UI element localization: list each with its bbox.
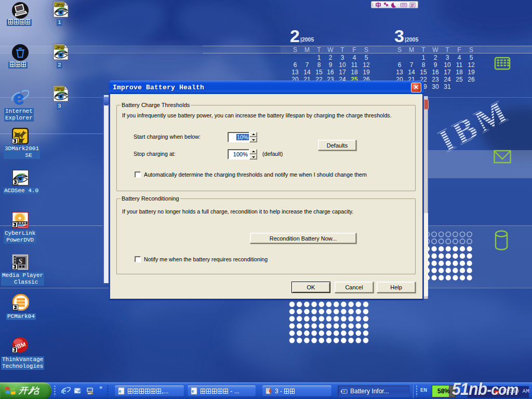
svg-text:3: 3 <box>446 54 449 61</box>
svg-text:1: 1 <box>317 54 321 61</box>
svg-text:25: 25 <box>456 76 463 83</box>
svg-text:8: 8 <box>422 61 425 69</box>
svg-text:M: M <box>409 46 414 54</box>
svg-text:17: 17 <box>444 69 451 76</box>
svg-text:16: 16 <box>327 69 334 76</box>
svg-text:10: 10 <box>339 61 346 69</box>
svg-text:14: 14 <box>303 69 311 76</box>
svg-text:16: 16 <box>432 69 439 76</box>
svg-text:e: e <box>62 386 66 395</box>
svg-text:JPG: JPG <box>56 3 63 7</box>
svg-text:9: 9 <box>329 61 332 69</box>
svg-text:11: 11 <box>351 61 358 69</box>
svg-text:T: T <box>445 46 449 54</box>
svg-text:F: F <box>457 46 461 54</box>
svg-text:3: 3 <box>394 26 404 46</box>
svg-text:11: 11 <box>456 61 463 69</box>
svg-text:23: 23 <box>432 76 439 83</box>
svg-text:S: S <box>469 46 473 54</box>
svg-text:18: 18 <box>351 69 358 76</box>
svg-text:15: 15 <box>420 69 427 76</box>
svg-text:4: 4 <box>458 54 461 61</box>
svg-text:6: 6 <box>294 61 297 69</box>
svg-text:T: T <box>421 46 425 54</box>
svg-text:JPG: JPG <box>56 45 63 50</box>
svg-text:5: 5 <box>470 54 473 61</box>
svg-text:T: T <box>340 46 344 54</box>
svg-text:13: 13 <box>291 69 299 76</box>
svg-text:12: 12 <box>468 61 475 69</box>
svg-text:S: S <box>397 46 402 54</box>
svg-text:e: e <box>192 388 194 394</box>
svg-text:3: 3 <box>341 54 344 61</box>
svg-text:S: S <box>18 257 22 265</box>
svg-text:8: 8 <box>317 61 321 69</box>
svg-text:24: 24 <box>444 76 451 83</box>
svg-text:14: 14 <box>408 69 415 76</box>
svg-text:2: 2 <box>329 54 332 61</box>
svg-text:31: 31 <box>444 83 451 90</box>
svg-text:26: 26 <box>468 76 475 83</box>
svg-text:JPG: JPG <box>56 87 63 91</box>
svg-text:e: e <box>119 388 122 394</box>
svg-text:|2005: |2005 <box>405 36 418 43</box>
svg-text:1: 1 <box>422 54 425 61</box>
svg-text:5: 5 <box>365 54 368 61</box>
svg-text:S: S <box>364 46 368 54</box>
svg-text:F: F <box>352 46 356 54</box>
svg-text:S: S <box>293 46 297 54</box>
svg-text:10: 10 <box>444 61 451 69</box>
svg-text:19: 19 <box>363 69 370 76</box>
svg-text:13: 13 <box>396 69 403 76</box>
svg-text:9: 9 <box>434 61 437 69</box>
svg-text:4: 4 <box>353 54 356 61</box>
svg-text:6: 6 <box>398 61 402 69</box>
svg-text:15: 15 <box>315 69 323 76</box>
svg-text:T: T <box>317 46 321 54</box>
svg-text:17: 17 <box>339 69 346 76</box>
svg-text:19: 19 <box>468 69 475 76</box>
svg-text:7: 7 <box>305 61 309 69</box>
svg-text:2: 2 <box>290 26 300 46</box>
svg-text:7: 7 <box>410 61 414 69</box>
svg-text:W: W <box>327 46 334 54</box>
svg-text:12: 12 <box>363 61 370 69</box>
svg-text:|2005: |2005 <box>300 36 314 43</box>
svg-text:W: W <box>432 46 438 54</box>
svg-text:M: M <box>304 46 310 54</box>
svg-text:30: 30 <box>432 83 439 90</box>
svg-text:2: 2 <box>434 54 437 61</box>
svg-text:18: 18 <box>456 69 463 76</box>
